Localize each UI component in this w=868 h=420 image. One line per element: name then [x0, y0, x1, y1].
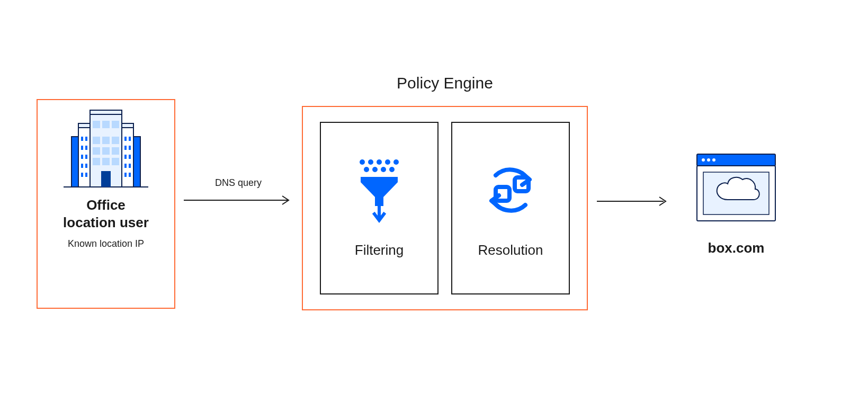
- svg-rect-31: [85, 173, 87, 177]
- svg-point-50: [381, 167, 386, 172]
- svg-rect-40: [124, 173, 127, 177]
- svg-rect-30: [81, 173, 83, 177]
- svg-point-47: [393, 159, 399, 165]
- svg-rect-20: [112, 158, 119, 165]
- svg-rect-41: [129, 173, 131, 177]
- svg-point-57: [702, 158, 705, 162]
- svg-point-44: [368, 159, 373, 165]
- office-user-box: Office location user Known location IP: [37, 99, 175, 309]
- svg-point-45: [377, 159, 382, 165]
- office-user-subtitle: Known location IP: [68, 238, 144, 249]
- svg-rect-26: [81, 155, 83, 159]
- destination-box: box.com: [678, 151, 794, 256]
- policy-engine-box: Filtering Resolution: [302, 106, 588, 310]
- output-arrow: [596, 196, 670, 207]
- svg-rect-10: [102, 121, 110, 128]
- svg-rect-13: [102, 137, 110, 144]
- svg-rect-14: [112, 137, 119, 144]
- svg-point-58: [707, 158, 710, 162]
- destination-label: box.com: [708, 240, 765, 256]
- svg-rect-3: [78, 126, 90, 187]
- svg-rect-23: [85, 137, 87, 141]
- policy-engine-title: Policy Engine: [302, 74, 588, 92]
- filtering-label: Filtering: [355, 242, 404, 258]
- svg-rect-19: [102, 158, 110, 165]
- dns-query-arrow: DNS query: [183, 177, 294, 205]
- svg-point-43: [360, 159, 365, 165]
- svg-rect-16: [102, 147, 110, 155]
- svg-rect-25: [85, 146, 87, 150]
- svg-rect-18: [93, 158, 100, 165]
- filtering-box: Filtering: [320, 122, 439, 294]
- svg-rect-36: [124, 155, 127, 159]
- svg-point-46: [385, 159, 390, 165]
- svg-point-51: [389, 167, 395, 172]
- svg-rect-29: [85, 164, 87, 168]
- svg-rect-9: [93, 121, 100, 128]
- svg-rect-4: [122, 126, 133, 187]
- svg-rect-7: [71, 137, 78, 187]
- office-user-title-line1: Office: [86, 197, 126, 213]
- cycle-icon: [479, 153, 542, 227]
- svg-rect-12: [93, 137, 100, 144]
- resolution-label: Resolution: [478, 242, 543, 258]
- svg-rect-32: [124, 137, 127, 141]
- dns-query-label: DNS query: [215, 177, 262, 189]
- arrow-right-icon: [183, 195, 294, 205]
- svg-rect-38: [124, 164, 127, 168]
- svg-rect-8: [133, 137, 140, 187]
- svg-rect-34: [124, 146, 127, 150]
- svg-rect-33: [129, 137, 131, 141]
- browser-cloud-icon: [694, 151, 778, 227]
- svg-rect-11: [112, 121, 119, 128]
- svg-rect-35: [129, 146, 131, 150]
- svg-rect-53: [496, 187, 509, 201]
- svg-rect-27: [85, 155, 87, 159]
- resolution-box: Resolution: [451, 122, 570, 294]
- funnel-icon: [350, 153, 408, 227]
- svg-rect-15: [93, 147, 100, 155]
- svg-rect-17: [112, 147, 119, 155]
- svg-rect-5: [78, 123, 90, 128]
- svg-rect-2: [90, 110, 122, 114]
- svg-rect-22: [81, 137, 83, 141]
- svg-rect-39: [129, 164, 131, 168]
- svg-point-48: [364, 167, 369, 172]
- office-user-title: Office location user: [63, 196, 149, 231]
- office-user-title-line2: location user: [63, 215, 149, 230]
- svg-rect-21: [101, 171, 111, 187]
- arrow-right-icon: [596, 196, 670, 207]
- svg-rect-28: [81, 164, 83, 168]
- svg-rect-6: [122, 123, 133, 128]
- svg-rect-24: [81, 146, 83, 150]
- svg-rect-37: [129, 155, 131, 159]
- svg-point-49: [372, 167, 378, 172]
- svg-point-59: [712, 158, 715, 162]
- office-building-icon: [61, 113, 151, 187]
